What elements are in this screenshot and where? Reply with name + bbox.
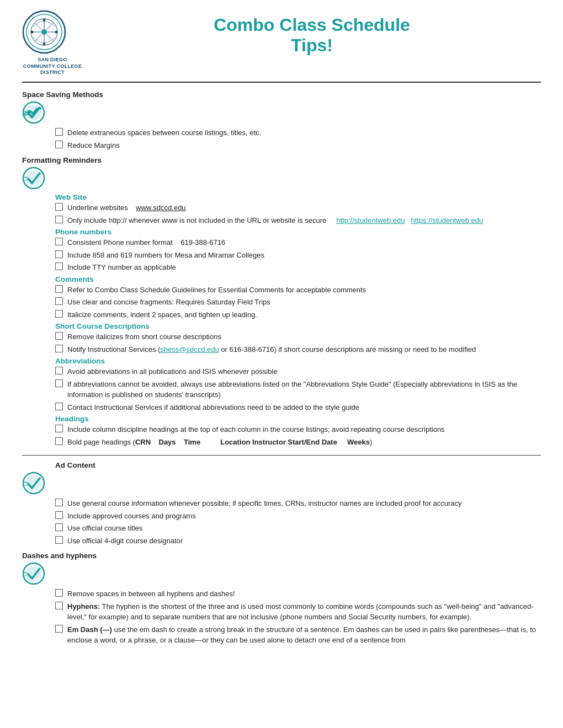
checkbox-item: Hyphens: The hyphen is the shortest of t…: [22, 601, 541, 623]
svg-point-8: [43, 19, 46, 22]
checkbox[interactable]: [55, 379, 63, 387]
checkbox[interactable]: [55, 203, 63, 211]
checkbox-item: Italicize comments, indent 2 spaces, and…: [22, 309, 541, 320]
title-area: Combo Class Schedule Tips!: [83, 10, 541, 56]
checkbox-item: Remove italicizes from short course desc…: [22, 331, 541, 342]
checkbox-label: Remove spaces in between all hyphens and…: [67, 588, 541, 599]
svg-point-10: [31, 31, 34, 34]
checkbox-label: If abbreviations cannot be avoided, alwa…: [67, 379, 541, 400]
checkbox[interactable]: [55, 141, 63, 148]
checkbox[interactable]: [55, 437, 63, 445]
label-phone: Phone numbers: [55, 228, 541, 236]
section-formatting: Formatting Reminders Web Site Underline …: [22, 156, 541, 447]
checkmark-icon-space-saving: [22, 101, 45, 124]
checkbox-label: Only include http:// whenever www is not…: [67, 215, 541, 226]
checkbox-item: Underline websites www.sdccd.edu: [22, 202, 541, 213]
checkbox-item: Bold page headings (CRN Days Time Locati…: [22, 437, 541, 448]
checkbox-label: Consistent Phone number format 619-388-6…: [67, 237, 541, 248]
main-subtitle: Tips!: [83, 35, 541, 56]
checkbox-item: Use official course titles: [22, 523, 541, 534]
checkbox-label: Include 858 and 619 numbers for Mesa and…: [67, 250, 541, 261]
checkbox[interactable]: [55, 367, 63, 374]
check-icon-row-dashes: [22, 562, 541, 585]
checkbox[interactable]: [55, 216, 63, 223]
checkbox-item: Only include http:// whenever www is not…: [22, 215, 541, 226]
checkbox[interactable]: [55, 625, 63, 633]
label-headings: Headings: [55, 415, 541, 423]
check-icon-row-ad-content: [22, 472, 541, 495]
checkbox[interactable]: [55, 310, 63, 318]
sdccd-logo: [22, 10, 66, 54]
checkmark-icon-formatting: [22, 167, 45, 190]
checkbox-item: Include 858 and 619 numbers for Mesa and…: [22, 250, 541, 261]
checkbox-item: Use official 4-digit course designator: [22, 536, 541, 547]
checkbox[interactable]: [55, 128, 63, 136]
section-heading-formatting: Formatting Reminders: [22, 156, 541, 164]
checkbox-item: Refer to Combo Class Schedule Guidelines…: [22, 285, 541, 296]
label-comments: Comments: [55, 275, 541, 283]
page: SAN DIEGO COMMUNITY COLLEGE DISTRICT Com…: [0, 0, 563, 728]
checkbox[interactable]: [55, 297, 63, 305]
checkbox-label: Use official 4-digit course designator: [67, 536, 541, 547]
checkbox-item: Use general course information whenever …: [22, 498, 541, 509]
section-heading-ad-content: Ad Content: [55, 461, 541, 469]
svg-point-11: [55, 31, 58, 34]
checkbox-item: Reduce Margins: [22, 140, 541, 151]
checkbox-item: Contact Instructional Services if additi…: [22, 402, 541, 413]
checkbox[interactable]: [55, 589, 63, 597]
checkbox-item: Delete extraneous spaces between course …: [22, 127, 541, 138]
checkbox[interactable]: [55, 332, 63, 340]
checkbox-label: Notify Instructional Services (shess@sdc…: [67, 344, 541, 355]
checkbox-label: Hyphens: The hyphen is the shortest of t…: [67, 601, 541, 623]
checkbox[interactable]: [55, 263, 63, 270]
logo-text: SAN DIEGO COMMUNITY COLLEGE DISTRICT: [22, 57, 83, 76]
logo-area: SAN DIEGO COMMUNITY COLLEGE DISTRICT: [22, 10, 83, 76]
check-icon-row-formatting: [22, 167, 541, 190]
section-divider: [22, 455, 541, 456]
checkbox[interactable]: [55, 602, 63, 609]
checkbox-item: Notify Instructional Services (shess@sdc…: [22, 344, 541, 355]
checkbox[interactable]: [55, 285, 63, 293]
checkbox-label: Include column discipline headings at th…: [67, 424, 541, 435]
check-icon-row-space-saving: [22, 101, 541, 124]
checkbox[interactable]: [55, 536, 63, 544]
checkbox[interactable]: [55, 499, 63, 506]
section-ad-content: Ad Content Use general course informatio…: [22, 461, 541, 546]
svg-point-7: [41, 29, 47, 35]
checkbox-label: Underline websites www.sdccd.edu: [67, 202, 541, 213]
checkbox-label: Include TTY number as applicable: [67, 262, 541, 273]
checkbox[interactable]: [55, 250, 63, 258]
checkbox-label: Contact Instructional Services if additi…: [67, 402, 541, 413]
label-website: Web Site: [55, 193, 541, 201]
checkbox[interactable]: [55, 238, 63, 245]
label-abbreviations: Abbreviations: [55, 357, 541, 365]
main-title: Combo Class Schedule: [83, 14, 541, 35]
section-heading-space-saving: Space Saving Methods: [22, 90, 541, 99]
checkbox[interactable]: [55, 425, 63, 432]
checkbox-item: Use clear and concise fragments: Require…: [22, 297, 541, 308]
checkbox-item: If abbreviations cannot be avoided, alwa…: [22, 379, 541, 400]
checkbox-item: Remove spaces in between all hyphens and…: [22, 588, 541, 599]
checkbox-label: Use general course information whenever …: [67, 498, 541, 509]
checkbox-item: Consistent Phone number format 619-388-6…: [22, 237, 541, 248]
checkbox-item: Avoid abbreviations in all publications …: [22, 366, 541, 377]
section-dashes: Dashes and hyphens Remove spaces in betw…: [22, 552, 541, 646]
svg-point-9: [43, 43, 46, 46]
checkbox-label: Use official course titles: [67, 523, 541, 534]
checkbox[interactable]: [55, 345, 63, 352]
checkmark-icon-dashes: [22, 562, 45, 585]
checkbox[interactable]: [55, 523, 63, 531]
checkbox-label: Avoid abbreviations in all publications …: [67, 366, 541, 377]
checkbox-label: Bold page headings (CRN Days Time Locati…: [67, 437, 541, 448]
checkbox-label: Delete extraneous spaces between course …: [67, 127, 541, 138]
checkbox-item: Include approved courses and programs: [22, 511, 541, 522]
checkbox-label: Include approved courses and programs: [67, 511, 541, 522]
checkbox-label: Reduce Margins: [67, 140, 541, 151]
checkmark-icon-ad-content: [22, 472, 45, 495]
section-heading-dashes: Dashes and hyphens: [22, 552, 541, 560]
checkbox-item: Include TTY number as applicable: [22, 262, 541, 273]
checkbox-item: Em Dash (—) use the em dash to create a …: [22, 624, 541, 646]
checkbox-label: Use clear and concise fragments: Require…: [67, 297, 541, 308]
checkbox[interactable]: [55, 403, 63, 410]
checkbox[interactable]: [55, 511, 63, 519]
